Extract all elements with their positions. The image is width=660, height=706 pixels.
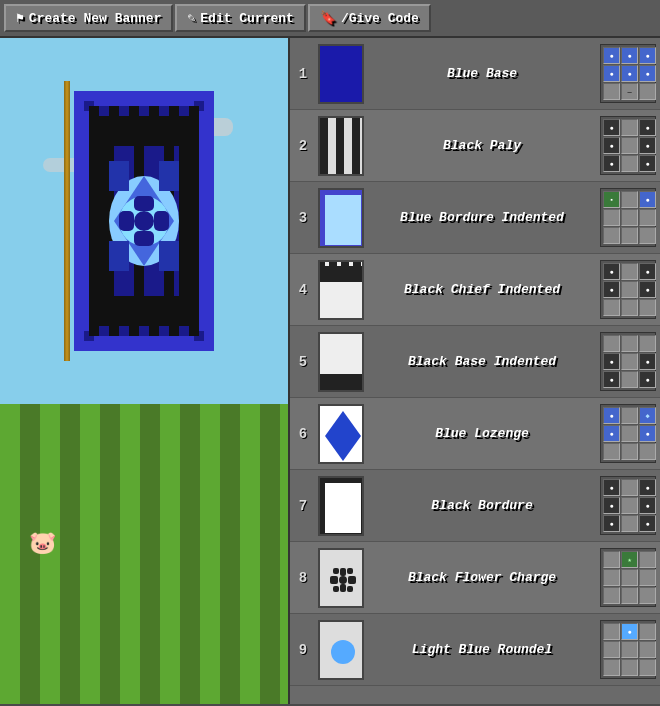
banner-preview-panel: 🐷 — [0, 38, 290, 704]
svg-point-80 — [331, 640, 355, 664]
svg-rect-73 — [330, 576, 338, 584]
layer-preview — [318, 404, 364, 464]
svg-rect-27 — [179, 146, 199, 226]
grid-cell: ● — [603, 65, 620, 82]
layer-name: Blue Bordure Indented — [370, 210, 594, 225]
give-code-button[interactable]: 🔖 /Give Code — [308, 4, 431, 32]
layer-row[interactable]: 8 Black Flower Charge ★ — [290, 542, 660, 614]
banner-artwork — [74, 91, 214, 351]
edit-current-button[interactable]: ✎ Edit Current — [175, 4, 305, 32]
svg-rect-25 — [179, 326, 189, 336]
grid-cell — [639, 227, 656, 244]
svg-rect-39 — [159, 161, 179, 191]
layer-row[interactable]: 6 Blue Lozenge ● ◆ ● ● — [290, 398, 660, 470]
layer-row[interactable]: 4 Black Chief Indented ● ● ● ● — [290, 254, 660, 326]
grid-cell: ▪ — [603, 191, 620, 208]
svg-rect-60 — [320, 374, 364, 392]
grid-cell: ● — [639, 425, 656, 442]
grid-cell — [621, 281, 638, 298]
grid-cell — [621, 209, 638, 226]
crafting-grid: ● ● ● ● ● ● — — [600, 44, 656, 103]
crafting-grid: ● ◆ ● ● — [600, 404, 656, 463]
create-icon: ⚑ — [16, 10, 24, 26]
layer-number: 9 — [294, 642, 312, 658]
grid-cell — [639, 569, 656, 586]
svg-rect-78 — [347, 586, 353, 592]
grid-cell — [621, 335, 638, 352]
pattern-svg — [320, 46, 364, 104]
grid-cell: ● — [639, 281, 656, 298]
svg-rect-18 — [159, 106, 169, 116]
grid-cell — [639, 641, 656, 658]
layer-row[interactable]: 5 Black Base Indented ● ● ● — [290, 326, 660, 398]
grid-cell — [639, 83, 656, 100]
grid-cell — [621, 425, 638, 442]
grid-cell — [639, 551, 656, 568]
layer-row[interactable]: 3 Blue Bordure Indented ▪ ● — [290, 182, 660, 254]
svg-rect-19 — [179, 106, 189, 116]
layer-number: 6 — [294, 426, 312, 442]
grid-cell — [603, 659, 620, 676]
svg-rect-15 — [99, 106, 109, 116]
layer-row[interactable]: 9 Light Blue Roundel ● — [290, 614, 660, 686]
layer-preview — [318, 332, 364, 392]
pattern-svg — [320, 622, 364, 680]
grid-cell — [639, 335, 656, 352]
grid-cell: ● — [621, 623, 638, 640]
grid-cell: ● — [603, 479, 620, 496]
grid-cell: ● — [639, 47, 656, 64]
main-content: 🐷 1 Blue Base ● ● ● ● ● ● — — [0, 38, 660, 704]
grid-cell — [621, 587, 638, 604]
svg-rect-74 — [348, 576, 356, 584]
layer-row[interactable]: 2 Black Paly ● ● ● ● ● ● — [290, 110, 660, 182]
grid-cell — [603, 587, 620, 604]
grid-cell — [621, 299, 638, 316]
layer-name: Black Flower Charge — [370, 570, 594, 585]
crafting-grid: ● ● ● ● — [600, 332, 656, 391]
grid-cell: ● — [639, 353, 656, 370]
grid-cell: ● — [603, 497, 620, 514]
grid-cell — [621, 353, 638, 370]
layer-name: Black Paly — [370, 138, 594, 153]
create-new-banner-button[interactable]: ⚑ Create New Banner — [4, 4, 173, 32]
layer-preview — [318, 620, 364, 680]
svg-rect-45 — [336, 118, 344, 176]
layer-name: Black Chief Indented — [370, 282, 594, 297]
grid-cell: — — [621, 83, 638, 100]
layer-number: 8 — [294, 570, 312, 586]
svg-rect-50 — [361, 193, 363, 195]
svg-rect-42 — [320, 46, 364, 104]
grid-cell — [621, 641, 638, 658]
grid-cell: ● — [639, 191, 656, 208]
grid-cell: ◆ — [639, 407, 656, 424]
pattern-svg — [320, 262, 364, 320]
layer-name: Blue Base — [370, 66, 594, 81]
grid-cell: ● — [603, 155, 620, 172]
svg-rect-16 — [119, 106, 129, 116]
svg-rect-75 — [333, 568, 339, 574]
svg-rect-62 — [337, 390, 341, 392]
edit-icon: ✎ — [187, 10, 195, 26]
svg-rect-6 — [74, 91, 214, 106]
svg-rect-41 — [159, 241, 179, 271]
grid-cell — [621, 137, 638, 154]
layer-row[interactable]: 7 Black Bordure ● ● ● ● ● ● — [290, 470, 660, 542]
grid-cell — [621, 155, 638, 172]
svg-rect-23 — [139, 326, 149, 336]
grid-cell — [603, 551, 620, 568]
svg-rect-57 — [349, 262, 353, 266]
banner-pole — [64, 81, 70, 361]
layers-panel[interactable]: 1 Blue Base ● ● ● ● ● ● — 2 — [290, 38, 660, 704]
grid-cell — [603, 443, 620, 460]
grid-cell — [639, 209, 656, 226]
grid-cell: ● — [603, 137, 620, 154]
layer-row[interactable]: 1 Blue Base ● ● ● ● ● ● — — [290, 38, 660, 110]
grid-cell — [603, 299, 620, 316]
layer-number: 2 — [294, 138, 312, 154]
grid-cell: ● — [603, 353, 620, 370]
svg-rect-76 — [347, 568, 353, 574]
pig-decoration: 🐷 — [29, 530, 56, 557]
grid-cell — [639, 623, 656, 640]
grid-cell — [621, 569, 638, 586]
toolbar: ⚑ Create New Banner ✎ Edit Current 🔖 /Gi… — [0, 0, 660, 38]
